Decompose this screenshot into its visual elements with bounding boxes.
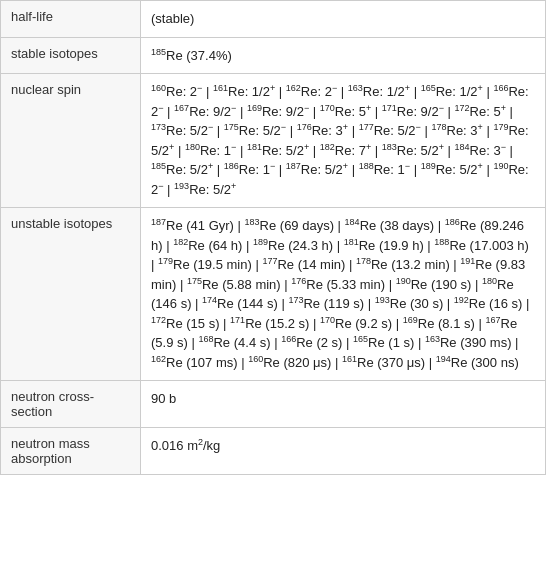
label-neutron-cross-section: neutron cross-section bbox=[1, 381, 141, 428]
table-row-neutron-mass-absorption: neutron mass absorption0.016 m2/kg bbox=[1, 428, 546, 475]
label-neutron-mass-absorption: neutron mass absorption bbox=[1, 428, 141, 475]
properties-table: half-life(stable)stable isotopes185Re (3… bbox=[0, 0, 546, 475]
value-neutron-cross-section: 90 b bbox=[141, 381, 546, 428]
table-row-nuclear-spin: nuclear spin160Re: 2− | 161Re: 1/2+ | 16… bbox=[1, 74, 546, 208]
value-unstable-isotopes: 187Re (41 Gyr) | 183Re (69 days) | 184Re… bbox=[141, 208, 546, 381]
value-neutron-mass-absorption: 0.016 m2/kg bbox=[141, 428, 546, 475]
table-row-unstable-isotopes: unstable isotopes187Re (41 Gyr) | 183Re … bbox=[1, 208, 546, 381]
label-half-life: half-life bbox=[1, 1, 141, 38]
value-nuclear-spin: 160Re: 2− | 161Re: 1/2+ | 162Re: 2− | 16… bbox=[141, 74, 546, 208]
label-stable-isotopes: stable isotopes bbox=[1, 37, 141, 74]
label-nuclear-spin: nuclear spin bbox=[1, 74, 141, 208]
table-row-half-life: half-life(stable) bbox=[1, 1, 546, 38]
table-row-stable-isotopes: stable isotopes185Re (37.4%) bbox=[1, 37, 546, 74]
value-half-life: (stable) bbox=[141, 1, 546, 38]
value-stable-isotopes: 185Re (37.4%) bbox=[141, 37, 546, 74]
label-unstable-isotopes: unstable isotopes bbox=[1, 208, 141, 381]
table-row-neutron-cross-section: neutron cross-section90 b bbox=[1, 381, 546, 428]
